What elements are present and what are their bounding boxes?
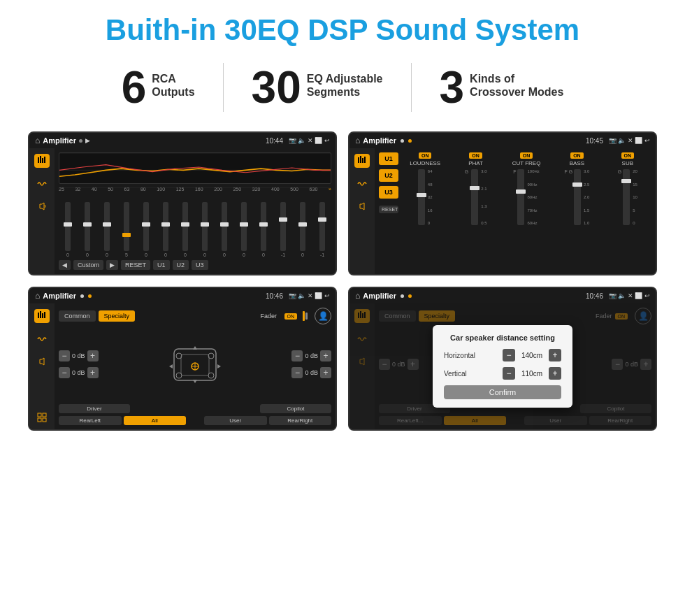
fader-btn-rearright[interactable]: RearRight <box>269 416 332 425</box>
crossover-reset-btn[interactable]: RESET <box>379 206 398 213</box>
eq-slider-6[interactable]: 0 <box>157 202 175 257</box>
crossover-sidebar-eq-icon[interactable] <box>354 154 370 168</box>
fader-sidebar <box>29 303 55 429</box>
dialog-sidebar <box>349 303 375 429</box>
fader-sidebar-expand-icon[interactable] <box>37 413 47 424</box>
crossover-dot1 <box>401 139 404 143</box>
fader-vol-minus-2[interactable]: − <box>59 367 70 378</box>
fader-vol-value-3: 0 dB <box>305 352 318 359</box>
eq-main-area: 253240506380100125160200250320400500630 … <box>55 148 336 274</box>
eq-slider-12[interactable]: -1 <box>274 202 292 257</box>
sub-slider[interactable] <box>623 169 630 225</box>
fader-left-volumes: − 0 dB + − 0 dB + <box>59 327 99 401</box>
eq-slider-14[interactable]: -1 <box>313 202 331 257</box>
crossover-status-icons: 📷 🔈 ✕ ⬜ ↩ <box>609 137 650 144</box>
eq-graph <box>59 152 331 184</box>
fader-on-toggle[interactable]: ON <box>284 313 298 320</box>
screenshots-grid: ⌂ Amplifier ▶ 10:44 📷 🔈 ✕ ⬜ ↩ <box>28 131 657 431</box>
fader-tab-common[interactable]: Common <box>59 310 96 322</box>
fader-vol-minus-3[interactable]: − <box>291 350 303 361</box>
crossover-sidebar <box>349 148 375 274</box>
fader-tab-specialty[interactable]: Specialty <box>99 310 136 322</box>
fader-tab-row: Common Specialty Fader ON 👤 <box>59 308 331 324</box>
eq-preset-custom[interactable]: Custom <box>73 260 103 270</box>
fader-profile-icon[interactable]: 👤 <box>315 308 331 324</box>
dialog-confirm-button[interactable]: Confirm <box>444 385 561 399</box>
eq-slider-7[interactable]: 0 <box>176 202 194 257</box>
eq-u2-btn[interactable]: U2 <box>173 260 189 270</box>
crossover-sidebar-speaker-icon[interactable] <box>357 201 367 213</box>
svg-marker-32 <box>193 380 197 383</box>
fader-vol-minus-4[interactable]: − <box>291 367 303 378</box>
loudness-slider[interactable] <box>418 169 425 225</box>
fader-volume-speaker-area: − 0 dB + − 0 dB + <box>59 327 331 401</box>
fader-main-area: Common Specialty Fader ON 👤 <box>55 303 336 429</box>
eq-slider-8[interactable]: 0 <box>196 202 214 257</box>
fader-btn-copilot[interactable]: Copilot <box>260 404 331 413</box>
eq-sidebar-wave-icon[interactable] <box>37 179 47 190</box>
cutfreq-label: CUT FREQ <box>512 160 541 166</box>
fader-btn-rearleft[interactable]: RearLeft <box>59 416 122 425</box>
loudness-on-badge[interactable]: ON <box>419 152 432 159</box>
eq-reset-btn[interactable]: RESET <box>121 260 150 270</box>
fader-vol-plus-3[interactable]: + <box>320 350 331 361</box>
cutfreq-slider[interactable] <box>517 169 524 225</box>
dialog-vertical-plus[interactable]: + <box>549 367 561 380</box>
stat-number-crossover: 3 <box>440 65 465 110</box>
crossover-preset-u3[interactable]: U3 <box>379 186 398 199</box>
eq-slider-3[interactable]: 0 <box>98 202 116 257</box>
svg-rect-9 <box>360 156 361 163</box>
cutfreq-on-badge[interactable]: ON <box>520 152 533 159</box>
fader-vol-plus-1[interactable]: + <box>87 350 99 361</box>
sub-on-badge[interactable]: ON <box>621 152 635 159</box>
fader-vol-row-3: − 0 dB + <box>291 350 331 361</box>
eq-u3-btn[interactable]: U3 <box>192 260 208 270</box>
fader-title: Amplifier <box>43 292 76 300</box>
eq-slider-4[interactable]: 5 <box>117 202 136 257</box>
sub-label: SUB <box>622 160 633 166</box>
fader-btn-driver[interactable]: Driver <box>59 404 130 413</box>
fader-vol-value-1: 0 dB <box>72 352 85 359</box>
crossover-preset-u2[interactable]: U2 <box>379 169 398 182</box>
bass-slider[interactable] <box>574 169 581 225</box>
fader-sidebar-speaker-icon[interactable] <box>37 357 47 368</box>
dialog-dot1 <box>401 294 404 298</box>
eq-sidebar-eq-icon[interactable] <box>34 154 50 168</box>
fader-sidebar-eq-icon[interactable] <box>34 309 50 323</box>
stats-row: 6 RCA Outputs 30 EQ Adjustable Segments … <box>28 63 657 112</box>
fader-vol-minus-1[interactable]: − <box>59 350 70 361</box>
eq-next-btn[interactable]: ▶ <box>106 260 118 270</box>
eq-slider-13[interactable]: 0 <box>294 202 312 257</box>
eq-slider-10[interactable]: 0 <box>235 202 253 257</box>
eq-slider-9[interactable]: 0 <box>215 202 233 257</box>
eq-u1-btn[interactable]: U1 <box>153 260 170 270</box>
fader-home-icon: ⌂ <box>35 291 40 301</box>
loudness-vert-labels: 644832160 <box>428 169 433 225</box>
fader-dot2 <box>88 294 92 298</box>
phat-on-badge[interactable]: ON <box>469 152 482 159</box>
eq-slider-2[interactable]: 0 <box>78 202 96 257</box>
svg-rect-38 <box>364 312 366 318</box>
eq-slider-11[interactable]: 0 <box>254 202 273 257</box>
fader-vol-plus-2[interactable]: + <box>87 367 99 378</box>
eq-sidebar-speaker-icon[interactable] <box>37 201 47 213</box>
fader-sidebar-wave-icon[interactable] <box>37 334 47 345</box>
dialog-horizontal-minus[interactable]: − <box>503 349 515 361</box>
crossover-preset-u1[interactable]: U1 <box>379 152 398 165</box>
eq-status-icons: 📷 🔈 ✕ ⬜ ↩ <box>289 137 330 144</box>
car-speaker-dialog[interactable]: Car speaker distance setting Horizontal … <box>433 325 572 408</box>
eq-slider-5[interactable]: 0 <box>137 202 155 257</box>
dialog-horizontal-plus[interactable]: + <box>549 349 561 361</box>
phat-slider[interactable] <box>471 169 478 225</box>
bass-on-badge[interactable]: ON <box>570 152 584 159</box>
dialog-horizontal-label: Horizontal <box>444 352 486 359</box>
dialog-vertical-minus[interactable]: − <box>503 367 515 380</box>
fader-btn-user[interactable]: User <box>204 416 267 425</box>
crossover-status-bar: ⌂ Amplifier 10:45 📷 🔈 ✕ ⬜ ↩ <box>349 133 656 148</box>
crossover-sidebar-wave-icon[interactable] <box>357 179 367 190</box>
crossover-col-bass: ON BASS F G 3.02.52.01.51.0 <box>553 152 600 270</box>
fader-vol-plus-4[interactable]: + <box>320 367 331 378</box>
fader-btn-all[interactable]: All <box>124 416 187 425</box>
eq-prev-btn[interactable]: ◀ <box>59 260 71 270</box>
eq-slider-1[interactable]: 0 <box>59 202 77 257</box>
